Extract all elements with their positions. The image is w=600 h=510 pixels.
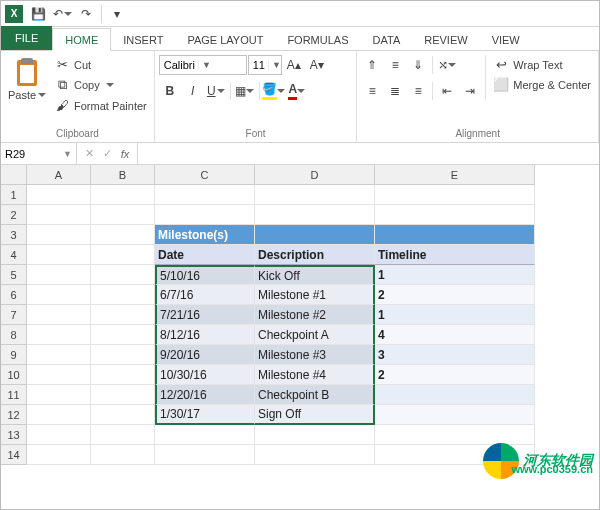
cell[interactable] <box>91 205 155 225</box>
align-center-button[interactable]: ≣ <box>384 81 406 101</box>
fill-color-button[interactable]: 🪣 <box>263 81 285 101</box>
row-header[interactable]: 6 <box>1 285 27 305</box>
cell[interactable] <box>27 265 91 285</box>
cell[interactable]: 4 <box>375 325 535 345</box>
cell[interactable] <box>375 205 535 225</box>
cell[interactable] <box>91 185 155 205</box>
row-header[interactable]: 8 <box>1 325 27 345</box>
cell[interactable] <box>91 445 155 465</box>
col-header-e[interactable]: E <box>375 165 535 185</box>
cell[interactable] <box>27 245 91 265</box>
row-header[interactable]: 13 <box>1 425 27 445</box>
cell[interactable] <box>91 405 155 425</box>
cell[interactable]: Checkpoint B <box>255 385 375 405</box>
cell[interactable] <box>27 285 91 305</box>
cell[interactable] <box>91 365 155 385</box>
cell[interactable] <box>155 445 255 465</box>
copy-button[interactable]: ⧉Copy <box>51 75 150 95</box>
customize-qat-button[interactable]: ▾ <box>106 3 128 25</box>
accept-formula-icon[interactable]: ✓ <box>99 147 115 160</box>
increase-indent-button[interactable]: ⇥ <box>459 81 481 101</box>
cell[interactable]: Kick Off <box>255 265 375 285</box>
format-painter-button[interactable]: 🖌Format Painter <box>51 96 150 115</box>
col-header-d[interactable]: D <box>255 165 375 185</box>
bold-button[interactable]: B <box>159 81 181 101</box>
wrap-text-button[interactable]: ↩Wrap Text <box>490 55 594 74</box>
row-header[interactable]: 4 <box>1 245 27 265</box>
decrease-indent-button[interactable]: ⇤ <box>436 81 458 101</box>
cell[interactable] <box>155 205 255 225</box>
cell[interactable]: Milestone(s) <box>155 225 255 245</box>
font-size-combo[interactable]: 11▼ <box>248 55 282 75</box>
cell[interactable]: 8/12/16 <box>155 325 255 345</box>
redo-button[interactable]: ↷ <box>75 3 97 25</box>
cell[interactable]: 10/30/16 <box>155 365 255 385</box>
row-header[interactable]: 1 <box>1 185 27 205</box>
cell[interactable]: Milestone #3 <box>255 345 375 365</box>
tab-home[interactable]: HOME <box>52 28 111 51</box>
merge-center-button[interactable]: ⬜Merge & Center <box>490 75 594 94</box>
align-bottom-button[interactable]: ⇓ <box>407 55 429 75</box>
grow-font-button[interactable]: A▴ <box>283 55 305 75</box>
tab-file[interactable]: FILE <box>1 26 52 50</box>
row-header[interactable]: 9 <box>1 345 27 365</box>
tab-formulas[interactable]: FORMULAS <box>275 29 360 50</box>
row-header[interactable]: 7 <box>1 305 27 325</box>
cell[interactable]: Checkpoint A <box>255 325 375 345</box>
name-box[interactable]: R29▼ <box>1 143 77 164</box>
cell[interactable] <box>27 445 91 465</box>
cell[interactable] <box>91 425 155 445</box>
orientation-button[interactable]: ⤭ <box>436 55 458 75</box>
cell[interactable] <box>255 185 375 205</box>
tab-data[interactable]: DATA <box>361 29 413 50</box>
row-header[interactable]: 10 <box>1 365 27 385</box>
cell[interactable] <box>255 445 375 465</box>
cell[interactable]: 1 <box>375 265 535 285</box>
cell[interactable]: 6/7/16 <box>155 285 255 305</box>
cell[interactable]: Milestone #2 <box>255 305 375 325</box>
tab-review[interactable]: REVIEW <box>412 29 479 50</box>
row-header[interactable]: 3 <box>1 225 27 245</box>
cell[interactable]: Description <box>255 245 375 265</box>
cell[interactable] <box>375 225 535 245</box>
cancel-formula-icon[interactable]: ✕ <box>81 147 97 160</box>
font-name-combo[interactable]: Calibri▼ <box>159 55 247 75</box>
row-header[interactable]: 11 <box>1 385 27 405</box>
cell[interactable] <box>375 385 535 405</box>
cell[interactable] <box>27 205 91 225</box>
cell[interactable]: 1 <box>375 305 535 325</box>
fx-icon[interactable]: fx <box>117 148 133 160</box>
cell[interactable]: 5/10/16 <box>155 265 255 285</box>
cell[interactable] <box>27 405 91 425</box>
cell[interactable] <box>91 305 155 325</box>
cell[interactable] <box>255 225 375 245</box>
cell[interactable]: 7/21/16 <box>155 305 255 325</box>
undo-button[interactable]: ↶ <box>51 3 73 25</box>
cell[interactable] <box>91 325 155 345</box>
save-button[interactable]: 💾 <box>27 3 49 25</box>
align-top-button[interactable]: ⇑ <box>361 55 383 75</box>
align-middle-button[interactable]: ≡ <box>384 55 406 75</box>
cell[interactable] <box>255 425 375 445</box>
italic-button[interactable]: I <box>182 81 204 101</box>
cell[interactable]: Date <box>155 245 255 265</box>
borders-button[interactable]: ▦ <box>234 81 256 101</box>
cell[interactable]: Milestone #4 <box>255 365 375 385</box>
align-right-button[interactable]: ≡ <box>407 81 429 101</box>
col-header-b[interactable]: B <box>91 165 155 185</box>
cell[interactable]: 2 <box>375 285 535 305</box>
cell[interactable] <box>27 325 91 345</box>
cell[interactable] <box>91 345 155 365</box>
cell[interactable] <box>91 385 155 405</box>
cell[interactable] <box>155 425 255 445</box>
cell[interactable]: 3 <box>375 345 535 365</box>
paste-button[interactable]: Paste <box>5 55 49 103</box>
underline-button[interactable]: U <box>205 81 227 101</box>
cell[interactable]: 12/20/16 <box>155 385 255 405</box>
cell[interactable] <box>27 225 91 245</box>
row-header[interactable]: 12 <box>1 405 27 425</box>
cell[interactable] <box>27 345 91 365</box>
align-left-button[interactable]: ≡ <box>361 81 383 101</box>
cell[interactable]: Sign Off <box>255 405 375 425</box>
cell[interactable] <box>155 185 255 205</box>
